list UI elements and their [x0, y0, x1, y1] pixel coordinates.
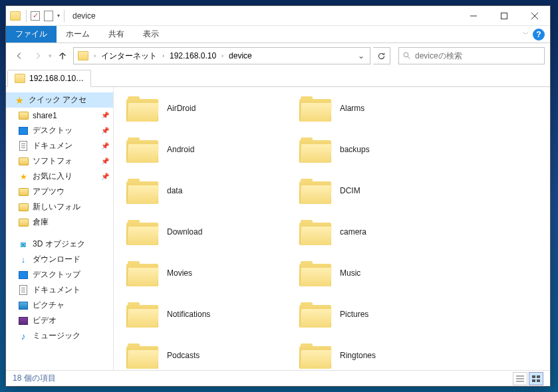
folder-item[interactable]: Movies [120, 258, 287, 288]
window-title: device [72, 11, 96, 21]
sidebar-item[interactable]: ドキュメン 📌 [6, 138, 113, 153]
forward-button[interactable] [30, 48, 46, 64]
search-box[interactable] [398, 47, 545, 64]
svg-rect-9 [532, 375, 535, 378]
sidebar-item[interactable]: ビデオ [6, 313, 113, 328]
ribbon-tabs: ファイル ホーム 共有 表示 ﹀ ? [6, 26, 550, 43]
folder-item[interactable]: Music [293, 258, 460, 288]
folder-item[interactable]: camera [293, 217, 460, 246]
svg-rect-1 [501, 13, 507, 19]
search-input[interactable] [415, 51, 540, 60]
sidebar-item[interactable]: share1 📌 [6, 108, 113, 123]
folder-item[interactable]: DCIM [293, 176, 460, 205]
sidebar-item[interactable]: ◙ 3D オブジェク [6, 237, 113, 252]
location-tab[interactable]: 192.168.0.10… [7, 70, 91, 87]
sidebar-item-label: デスクトッ [33, 125, 72, 136]
breadcrumb-root[interactable] [75, 49, 91, 63]
sidebar-item[interactable]: ピクチャ [6, 298, 113, 313]
view-mode-buttons [513, 372, 543, 385]
folder-icon [19, 203, 29, 211]
folder-item[interactable]: Download [120, 217, 287, 246]
tab-file[interactable]: ファイル [6, 26, 57, 43]
folder-icon [19, 157, 29, 165]
folder-item[interactable]: Notifications [120, 300, 287, 329]
folder-item[interactable]: Ringtones [293, 341, 460, 370]
breadcrumb-item[interactable]: device [226, 49, 255, 63]
sidebar-item-label: ミュージック [33, 330, 80, 342]
sidebar-item-label: share1 [33, 111, 57, 120]
sidebar-item[interactable]: デスクトッ 📌 [6, 123, 113, 138]
folder-icon [299, 342, 332, 369]
file-list[interactable]: AirDroid Alarms Android backups data DCI… [114, 87, 550, 370]
minimize-button[interactable] [458, 6, 489, 26]
folder-item[interactable]: Podcasts [120, 341, 287, 370]
folder-label: Alarms [340, 104, 364, 113]
title-bar[interactable]: ✓ ▾ device [6, 6, 550, 26]
close-button[interactable] [519, 6, 550, 26]
sidebar-item[interactable]: アプツウ [6, 184, 113, 199]
chevron-right-icon[interactable]: › [220, 52, 225, 59]
folder-icon [78, 51, 88, 60]
folder-icon [19, 219, 29, 227]
folder-label: data [167, 186, 182, 195]
sidebar-item[interactable]: ソフトフォ 📌 [6, 153, 113, 169]
icons-view-button[interactable] [529, 372, 543, 385]
sidebar-item[interactable]: デスクトップ [6, 267, 113, 282]
star-icon: ★ [14, 95, 25, 106]
folder-item[interactable]: Alarms [293, 94, 460, 123]
svg-line-5 [408, 56, 410, 58]
tab-share[interactable]: 共有 [99, 26, 134, 43]
sidebar-item[interactable]: ♪ ミュージック [6, 328, 113, 343]
address-bar-row: ▾ › インターネット › 192.168.0.10 › device ⌄ [6, 43, 550, 68]
chevron-right-icon[interactable]: › [92, 52, 97, 59]
sidebar-item[interactable]: ★ お気に入り 📌 [6, 169, 113, 184]
tab-home[interactable]: ホーム [57, 26, 99, 43]
status-bar: 18 個の項目 [6, 370, 550, 386]
pin-icon: 📌 [101, 173, 109, 180]
explorer-window: ✓ ▾ device ファイル ホーム 共有 表示 ﹀ ? ▾ [5, 5, 551, 387]
breadcrumb-item[interactable]: インターネット [98, 49, 160, 63]
3d-objects-icon: ◙ [21, 239, 26, 249]
sidebar-item-label: アプツウ [33, 186, 65, 197]
folder-label: Pictures [340, 310, 368, 319]
sidebar-item-label: ドキュメント [33, 284, 80, 296]
properties-icon[interactable]: ✓ [31, 11, 40, 21]
ribbon-collapse-icon[interactable]: ﹀ [523, 30, 529, 39]
tab-view[interactable]: 表示 [134, 26, 168, 43]
new-folder-icon[interactable] [44, 11, 53, 21]
folder-icon [15, 74, 25, 83]
address-bar[interactable]: › インターネット › 192.168.0.10 › device ⌄ [73, 47, 370, 64]
title-left: ✓ ▾ device [6, 10, 458, 22]
sidebar-item[interactable]: 倉庫 [6, 215, 113, 230]
svg-point-4 [404, 52, 408, 57]
address-dropdown-icon[interactable]: ⌄ [354, 51, 368, 60]
refresh-button[interactable] [373, 47, 390, 64]
folder-item[interactable]: Android [120, 135, 287, 164]
location-tabs: 192.168.0.10… [6, 68, 550, 87]
sidebar-item-label: デスクトップ [33, 269, 80, 280]
pin-icon: 📌 [101, 157, 109, 165]
folder-item[interactable]: backups [293, 135, 460, 164]
help-icon[interactable]: ? [533, 29, 545, 41]
up-button[interactable] [55, 48, 70, 64]
search-icon [403, 52, 411, 60]
navigation-pane[interactable]: ★ クイック アクセ share1 📌 デスクトッ 📌 ドキュメン 📌 ソフトフ… [6, 87, 114, 370]
back-button[interactable] [11, 48, 27, 64]
desktop-icon [19, 271, 28, 279]
history-dropdown-icon[interactable]: ▾ [49, 52, 52, 59]
sidebar-item[interactable]: 新しいフォル [6, 199, 113, 215]
qat-dropdown-icon[interactable]: ▾ [57, 13, 60, 19]
breadcrumb-item[interactable]: 192.168.0.10 [167, 49, 219, 63]
folder-item[interactable]: AirDroid [120, 94, 287, 123]
folder-item[interactable]: data [120, 176, 287, 205]
chevron-right-icon[interactable]: › [161, 52, 166, 59]
maximize-button[interactable] [489, 6, 519, 26]
sidebar-item[interactable]: ↓ ダウンロード [6, 252, 113, 267]
details-view-button[interactable] [513, 372, 527, 385]
sidebar-quick-access[interactable]: ★ クイック アクセ [6, 92, 113, 108]
sidebar-item[interactable]: ドキュメント [6, 282, 113, 298]
folder-label: Android [167, 145, 194, 154]
folder-item[interactable]: Pictures [293, 300, 460, 329]
folder-label: Download [167, 227, 202, 237]
sidebar-item-label: クイック アクセ [29, 94, 86, 106]
